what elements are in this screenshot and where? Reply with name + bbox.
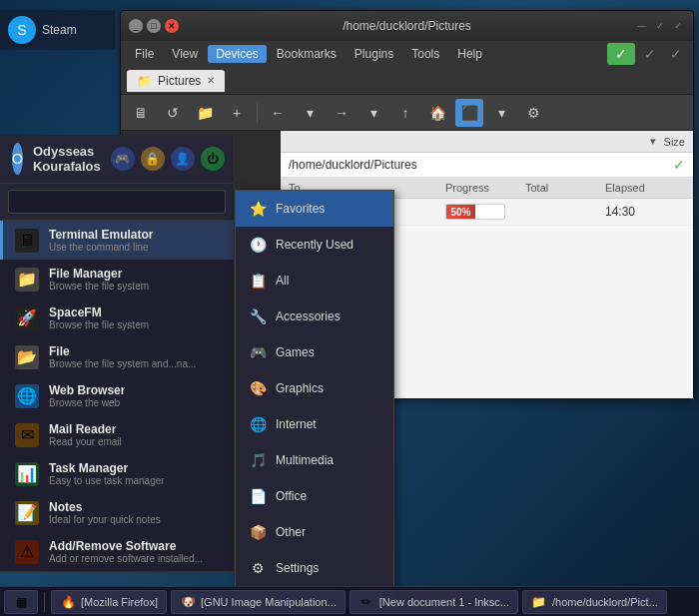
tool-home2[interactable]: 🏠 [423,99,451,127]
steam-panel: S Steam [0,10,115,50]
cat-office[interactable]: 📄 Office [236,478,393,514]
spacefm-icon: 🚀 [15,307,39,330]
menu-plugins[interactable]: Plugins [347,45,401,63]
check4-button[interactable]: ✓ [665,43,687,65]
menu-tools[interactable]: Tools [403,45,447,63]
minimize2-button[interactable]: — [635,19,649,33]
app-item-file[interactable]: 📂 File Browse the file system and...na..… [0,337,234,376]
tool-forward[interactable]: → [328,99,355,127]
cat-accessories[interactable]: 🔧 Accessories [236,299,393,334]
app-item-software[interactable]: ⚠ Add/Remove Software Add or remove soft… [0,532,234,571]
fm-controls: _ □ ✕ [129,19,179,33]
app-item-terminal[interactable]: 🖥 Terminal Emulator Use the command line [0,221,234,260]
tool-back[interactable]: ← [264,99,292,127]
inkscape-label: [New document 1 - Inksc... [379,596,509,608]
power-icon-btn[interactable]: ⏻ [201,147,225,171]
app-item-taskmanager[interactable]: 📊 Task Manager Easy to use task manager [0,454,234,493]
menu-devices[interactable]: Devices [208,45,267,63]
cat-graphics[interactable]: 🎨 Graphics [236,370,393,406]
menu-view[interactable]: View [164,45,206,63]
game-icon-btn[interactable]: 🎮 [111,147,135,171]
tool-back-dropdown[interactable]: ▾ [296,99,324,127]
app-menu: O Odysseas Kourafalos 🎮 🔒 👤 ⏻ 🖥 Terminal… [0,135,235,572]
cat-settings[interactable]: ⚙ Settings [236,550,393,586]
tool-toggle[interactable]: ⬛ [455,99,483,127]
cat-favorites[interactable]: ⭐ Favorites [236,191,393,227]
maximize-button[interactable]: □ [147,19,161,33]
terminal-name: Terminal Emulator [49,228,222,242]
steam-label: Steam [42,23,77,37]
accept-button[interactable]: ✓ [607,43,635,65]
tool-settings[interactable]: ⚙ [519,99,547,127]
filemanager-taskbar-label: /home/ducklord/Pict... [552,596,658,608]
fm-tab-close[interactable]: ✕ [207,75,215,86]
tool-up[interactable]: ↑ [391,99,419,127]
fm-tab-pictures[interactable]: 📁 Pictures ✕ [127,70,225,92]
person-icon-btn[interactable]: 👤 [171,147,195,171]
taskmanager-desc: Easy to use task manager [49,475,222,486]
cat-other[interactable]: 📦 Other [236,514,393,550]
fm-path-bar: /home/ducklord/Pictures ✓ [281,153,693,178]
close-button[interactable]: ✕ [165,19,179,33]
taskbar-inkscape-btn[interactable]: ✏ [New document 1 - Inksc... [350,590,518,614]
check1-button[interactable]: ✓ [653,19,667,33]
terminal-info: Terminal Emulator Use the command line [49,228,222,253]
cat-multimedia[interactable]: 🎵 Multimedia [236,442,393,478]
cat-all-label: All [276,274,289,288]
tool-add[interactable]: + [223,99,251,127]
taskbar-filemanager-btn[interactable]: 📁 /home/ducklord/Pict... [522,590,667,614]
cat-graphics-label: Graphics [276,381,324,395]
menu-bookmarks[interactable]: Bookmarks [269,45,345,63]
cat-office-label: Office [276,489,307,503]
taskmanager-name: Task Manager [49,461,222,475]
fm-tab-label: Pictures [158,74,201,88]
filemanager-desc: Browse the file system [49,281,222,292]
webbrowser-name: Web Browser [49,383,222,397]
app-item-notes[interactable]: 📝 Notes Ideal for your quick notes [0,493,234,532]
spacefm-info: SpaceFM Browse the file system [49,306,222,330]
check3-button[interactable]: ✓ [639,43,661,65]
tool-refresh[interactable]: ↺ [159,99,187,127]
mailreader-icon: ✉ [15,423,39,447]
taskbar: ▦ 🔥 [Mozilla Firefox] 🐶 [GNU Image Manip… [0,586,699,616]
steam-icon: S [8,16,36,44]
office-icon: 📄 [248,486,268,506]
lock-icon-btn[interactable]: 🔒 [141,147,165,171]
check2-button[interactable]: ✓ [671,19,685,33]
cat-recently-used-label: Recently Used [276,238,353,252]
search-bar [0,184,234,221]
search-input[interactable] [8,190,226,214]
tool-newfolder[interactable]: 📁 [191,99,219,127]
tool-forward-dropdown[interactable]: ▾ [359,99,387,127]
cat-all[interactable]: 📋 All [236,263,393,299]
file-name: File [49,344,222,358]
fm-toolbar: 🖥 ↺ 📁 + ← ▾ → ▾ ↑ 🏠 ⬛ ▾ ⚙ [121,95,693,131]
app-item-filemanager[interactable]: 📁 File Manager Browse the file system [0,260,234,299]
menu-file[interactable]: File [127,45,162,63]
gimp-icon: 🐶 [180,594,196,610]
tool-view-dropdown[interactable]: ▾ [487,99,515,127]
recently-used-icon: 🕐 [248,235,268,255]
cat-recently-used[interactable]: 🕐 Recently Used [236,227,393,263]
size-col-label: ▾ [650,135,656,148]
minimize-button[interactable]: _ [129,19,143,33]
app-item-mailreader[interactable]: ✉ Mail Reader Read your email [0,415,234,454]
cat-accessories-label: Accessories [276,309,341,323]
cat-games[interactable]: 🎮 Games [236,334,393,370]
power-icon: ⏻ [207,152,219,166]
app-item-spacefm[interactable]: 🚀 SpaceFM Browse the file system [0,299,234,337]
cat-internet[interactable]: 🌐 Internet [236,406,393,442]
software-info: Add/Remove Software Add or remove softwa… [49,539,222,564]
category-menu: ⭐ Favorites 🕐 Recently Used 📋 All 🔧 Acce… [235,190,394,616]
taskbar-gimp-btn[interactable]: 🐶 [GNU Image Manipulation... [171,590,346,614]
app-list: 🖥 Terminal Emulator Use the command line… [0,221,234,571]
notes-desc: Ideal for your quick notes [49,514,222,525]
tool-home[interactable]: 🖥 [127,99,155,127]
game-icon: 🎮 [115,152,130,166]
taskbar-show-desktop[interactable]: ▦ [4,590,38,614]
menu-help[interactable]: Help [449,45,490,63]
taskbar-firefox-btn[interactable]: 🔥 [Mozilla Firefox] [51,590,167,614]
taskmanager-info: Task Manager Easy to use task manager [49,461,222,486]
row-progress-bar: 50% [445,204,505,220]
app-item-webbrowser[interactable]: 🌐 Web Browser Browse the web [0,376,234,415]
